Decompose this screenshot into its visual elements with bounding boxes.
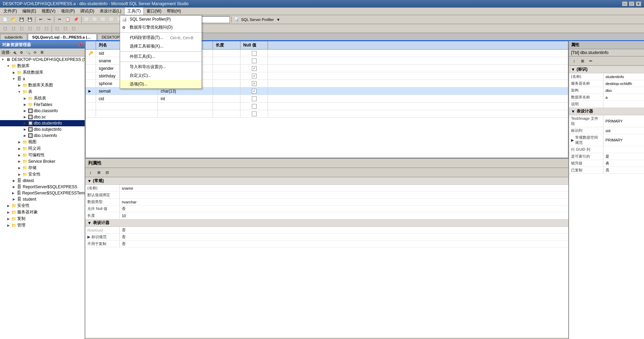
prop-replicated-value[interactable]: 否	[603, 167, 644, 173]
tb2-btn4[interactable]: ⬚	[26, 25, 34, 32]
toggle-programmability[interactable]: ▶	[17, 152, 22, 158]
col-section-general[interactable]: ▼ (常规)	[85, 177, 568, 185]
prop-textimage-value[interactable]: PRIMARY	[603, 115, 644, 127]
toggle-storage[interactable]: ▶	[17, 165, 22, 171]
sidebar-item-a[interactable]: ▼ 🗄 a	[0, 76, 85, 82]
toggle-classinfo[interactable]: ▶	[22, 108, 28, 114]
profiler-btn[interactable]: 📊	[233, 16, 240, 23]
toggle-reportserver[interactable]: ▶	[11, 184, 17, 190]
new-query-btn[interactable]: 📄	[1, 16, 9, 23]
col-prop-default-value[interactable]	[120, 192, 568, 198]
col-len-6[interactable]	[213, 87, 240, 95]
sidebar-item-reportserver[interactable]: ▶ 🗄 ReportServer$SQLEXPRESS	[0, 184, 85, 190]
sidebar-item-synonyms[interactable]: ▶ 📁 同义词	[0, 145, 85, 152]
props-custom-btn[interactable]: ✏	[587, 57, 594, 65]
col-len-8[interactable]	[213, 103, 240, 110]
sidebar-item-sc[interactable]: ▶ 🔲 dbo.sc	[0, 114, 85, 120]
prop-lockescalation-value[interactable]: 表	[603, 160, 644, 167]
toggle-replication[interactable]: ▶	[6, 216, 11, 222]
sidebar-item-views[interactable]: ▶ 📁 视图	[0, 139, 85, 145]
sidebar-item-security-a[interactable]: ▶ 📁 安全性	[0, 171, 85, 178]
tb-btn3[interactable]: ⬜	[99, 16, 107, 23]
sidebar-item-subjectinfo[interactable]: ▶ 🔲 dbo.subjectinfo	[0, 126, 85, 133]
col-null-9[interactable]	[240, 110, 268, 117]
col-len-2[interactable]	[213, 57, 240, 64]
tb2-btn2[interactable]: ⬚	[10, 25, 17, 32]
null-check-7[interactable]	[252, 96, 257, 101]
col-name-7[interactable]: cid	[96, 95, 158, 102]
tb-btn4[interactable]: ⬜	[108, 16, 115, 23]
sidebar-item-programmability[interactable]: ▶ 📁 可编程性	[0, 152, 85, 158]
open-btn[interactable]: 📂	[10, 16, 17, 23]
sidebar-item-student[interactable]: ▶ 🗄 student	[0, 196, 85, 202]
menu-options[interactable]: 选项(O)...	[120, 80, 202, 88]
tb2-btn6[interactable]: ⬚	[43, 25, 50, 32]
prop-indexable-value[interactable]: 是	[603, 153, 644, 160]
props-section-identity[interactable]: ▼ (标识)	[569, 66, 644, 73]
col-len-9[interactable]	[213, 110, 240, 117]
sidebar-item-classinfo[interactable]: ▶ 🔲 dbo.classinfo	[0, 108, 85, 114]
close-button[interactable]: ✕	[636, 1, 641, 6]
sidebar-btn4[interactable]: ⟳	[32, 49, 38, 55]
col-type-9[interactable]	[158, 110, 213, 117]
toggle-server-objects[interactable]: ▶	[6, 210, 11, 215]
col-len-5[interactable]	[213, 80, 240, 87]
table-row[interactable]	[86, 103, 568, 110]
col-sort-btn[interactable]: ↕	[87, 169, 94, 176]
menu-select-toolbox[interactable]: 选择工具箱项(X)...	[120, 42, 202, 51]
toggle-security-a[interactable]: ▶	[17, 172, 22, 177]
sidebar-item-systemdb[interactable]: ▶ 📁 系统数据库	[0, 69, 85, 76]
toggle-sc[interactable]: ▶	[22, 114, 28, 120]
col-type-7[interactable]: int	[158, 95, 213, 102]
menu-window[interactable]: 窗口(W)	[144, 8, 164, 15]
col-section-designer[interactable]: ▼ 表设计器	[85, 219, 568, 227]
col-prop-identity-value[interactable]: 否	[120, 234, 568, 240]
cut-btn[interactable]: ✂	[56, 16, 63, 23]
sidebar-item-reportserver-temp[interactable]: ▶ 🗄 ReportServer$SQLEXPRESSTem	[0, 190, 85, 196]
toggle-systemdb[interactable]: ▶	[11, 70, 17, 75]
sidebar-btn5[interactable]: 🖹	[39, 49, 45, 55]
menu-customize[interactable]: 自定义(C)...	[120, 71, 202, 80]
tb-btn1[interactable]: ⬜	[83, 16, 90, 23]
table-row[interactable]	[86, 110, 568, 118]
prop-desc-value[interactable]	[603, 101, 644, 107]
col-null-5[interactable]	[240, 80, 268, 87]
sidebar-item-security2[interactable]: ▶ 📁 安全性	[0, 202, 85, 209]
col-expand-btn[interactable]: ⊞	[95, 169, 103, 176]
tb2-btn7[interactable]: ⬚	[53, 25, 61, 32]
col-len-7[interactable]	[213, 95, 240, 102]
col-null-3[interactable]	[240, 65, 268, 72]
save-all-btn[interactable]: 💾	[26, 16, 34, 23]
table-row[interactable]: cid int	[86, 95, 568, 103]
col-null-8[interactable]	[240, 103, 268, 110]
toggle-dbtest[interactable]: ▶	[11, 178, 17, 183]
tb2-btn1[interactable]: ⬚	[1, 25, 9, 32]
sidebar-item-tables[interactable]: ▼ 📁 表	[0, 88, 85, 95]
null-check-1[interactable]	[252, 51, 257, 56]
sidebar-btn1[interactable]: 🔌	[11, 49, 18, 55]
col-name-8[interactable]	[96, 103, 158, 110]
sidebar-item-userinfo[interactable]: ▶ 🔲 dbo.Userinfo	[0, 133, 85, 139]
col-null-4[interactable]	[240, 72, 268, 80]
toggle-userinfo[interactable]: ▶	[22, 133, 28, 138]
null-check-2[interactable]	[252, 59, 257, 63]
save-btn[interactable]: 💾	[18, 16, 25, 23]
sidebar-btn3[interactable]: 🔍	[25, 49, 31, 55]
col-prop-noreplicate-value[interactable]: 否	[120, 241, 568, 247]
props-cat-btn[interactable]: ⊞	[579, 57, 586, 65]
sidebar-pin[interactable]: 📌	[77, 42, 83, 47]
null-check-6[interactable]	[252, 89, 257, 94]
col-prop-name-value[interactable]: sname	[120, 185, 568, 191]
sidebar-item-replication[interactable]: ▶ 📁 复制	[0, 215, 85, 222]
col-prop-nullable-value[interactable]: 否	[120, 205, 568, 212]
col-null-7[interactable]	[240, 95, 268, 102]
prop-server-value[interactable]: desktop-vchldfh	[603, 80, 644, 87]
sidebar-btn2[interactable]: ⚙	[18, 49, 24, 55]
prop-dataspace-value[interactable]: PRIMARY	[603, 134, 644, 146]
tab-subjectinfo[interactable]: subjectinfo	[0, 34, 27, 40]
col-len-4[interactable]	[213, 72, 240, 80]
connect-label[interactable]: 连接·	[1, 50, 11, 55]
toggle-tables[interactable]: ▼	[17, 89, 22, 95]
toggle-a[interactable]: ▼	[11, 76, 17, 82]
toggle-management[interactable]: ▶	[6, 223, 11, 228]
